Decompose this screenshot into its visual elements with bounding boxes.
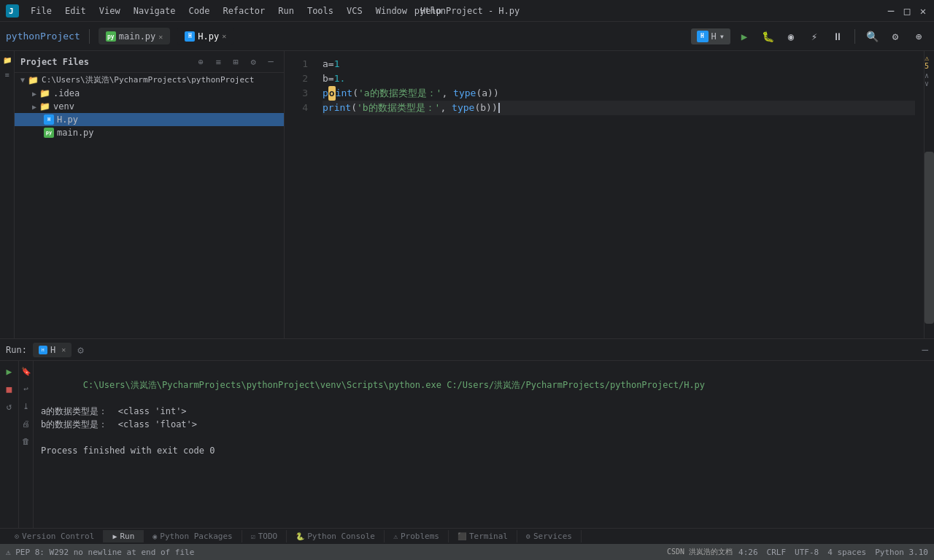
services-label: Services (533, 532, 572, 541)
line-num-3: 3 (285, 86, 308, 101)
window-title: pythonProject - H.py (414, 6, 520, 16)
menu-run[interactable]: Run (272, 4, 300, 18)
file-tree-panel: Project Files ⊕ ≡ ⊞ ⚙ ─ ▼ 📁 C:\Users\洪岚浩… (15, 51, 285, 338)
line-endings[interactable]: CRLF (767, 548, 787, 557)
tab-main-py[interactable]: py main.py ✕ (99, 28, 171, 44)
tab-main-py-close[interactable]: ✕ (158, 33, 163, 41)
scroll-end-btn[interactable]: ⤓ (19, 399, 34, 413)
run-close-btn[interactable]: ─ (922, 344, 928, 356)
scroll-thumb[interactable] (925, 152, 934, 324)
menu-tools[interactable]: Tools (301, 4, 339, 18)
cursor-position[interactable]: 4:26 (738, 548, 758, 557)
tree-collapse-btn[interactable]: ≡ (211, 55, 225, 69)
run-panel-header: Run: H H ✕ ⚙ ─ (0, 339, 934, 361)
bookmark-btn[interactable]: 🔖 (19, 364, 34, 378)
run-rerun-btn[interactable]: ↺ (2, 399, 17, 413)
charset[interactable]: UTF-8 (795, 548, 819, 557)
status-tab-python-console[interactable]: 🐍 Python Console (287, 530, 385, 542)
menu-edit[interactable]: Edit (59, 4, 92, 18)
tree-expand-btn[interactable]: ⊞ (228, 55, 243, 69)
menu-view[interactable]: View (93, 4, 126, 18)
code-line-4: print('b的数据类型是：', type(b)) (323, 101, 915, 115)
run-tab-status-label: Run (120, 532, 134, 541)
project-icon[interactable]: 📁 (1, 54, 13, 66)
warning-nav-down[interactable]: ∨ (925, 79, 933, 88)
softrap-btn[interactable]: ↩ (19, 381, 34, 396)
tree-locate-btn[interactable]: ⊕ (193, 55, 208, 69)
footer-bar: ⚠ PEP 8: W292 no newline at end of file … (0, 544, 934, 560)
main-toolbar: pythonProject py main.py ✕ H H.py ✕ H H … (0, 22, 934, 51)
terminal-output: C:\Users\洪岚浩\PycharmProjects\pythonProje… (34, 361, 934, 528)
run-settings-btn[interactable]: ⚙ (77, 344, 83, 356)
menu-code[interactable]: Code (183, 4, 216, 18)
run-config-btn[interactable]: H H ▾ (691, 28, 730, 44)
app-logo: J (6, 4, 19, 18)
tab-h-py-close[interactable]: ✕ (222, 32, 226, 40)
run-side-buttons: ▶ ■ ↺ (0, 361, 19, 528)
bottom-panel: Run: H H ✕ ⚙ ─ ▶ ■ ↺ 🔖 ↩ ⤓ 🖨 🗑 C:\Users\… (0, 338, 934, 528)
idea-label: .idea (53, 88, 80, 98)
terminal-finish-line: Process finished with exit code 0 (41, 444, 927, 457)
tab-h-py[interactable]: H H.py ✕ (177, 28, 234, 45)
search-button[interactable]: 🔍 (862, 27, 881, 46)
tree-settings-btn[interactable]: ⚙ (246, 55, 260, 69)
status-tab-terminal[interactable]: ⬛ Terminal (449, 530, 517, 542)
close-button[interactable]: ✕ (918, 6, 928, 16)
terminal-label: Terminal (469, 532, 508, 541)
code-editor[interactable]: a=1 b=1. point('a的数据类型是：', type(a)) prin… (314, 51, 924, 338)
tree-root-item[interactable]: ▼ 📁 C:\Users\洪岚浩\PycharmProjects\pythonP… (15, 73, 284, 87)
warning-icon: ⚠ (925, 54, 929, 62)
line-numbers: 1 2 3 4 (285, 51, 314, 338)
coverage-button[interactable]: ◉ (781, 27, 800, 46)
python-packages-icon: ◉ (153, 532, 157, 540)
version-control-icon: ⊙ (15, 532, 19, 540)
python-version[interactable]: Python 3.10 (875, 548, 928, 557)
settings-button[interactable]: ⚙ (886, 27, 905, 46)
run-button[interactable]: ▶ (735, 27, 754, 46)
tree-hide-btn[interactable]: ─ (263, 55, 278, 69)
run-play-btn[interactable]: ▶ (2, 364, 17, 378)
menu-refactor[interactable]: Refactor (217, 4, 271, 18)
status-tab-version-control[interactable]: ⊙ Version Control (6, 530, 104, 542)
run-tab-close[interactable]: ✕ (61, 346, 66, 354)
print-btn[interactable]: 🖨 (19, 416, 34, 431)
main-py-tree-label: main.py (57, 128, 94, 138)
editor-scrollbar[interactable]: ⚠ 5 ∧ ∨ (924, 51, 934, 338)
profile-button[interactable]: ⚡ (805, 27, 824, 46)
services-icon: ⚙ (526, 532, 530, 540)
debug-button[interactable]: 🐛 (758, 27, 777, 46)
minimize-button[interactable]: ─ (886, 6, 896, 16)
watermark-text: CSDN 洪岚浩的文档 (667, 547, 733, 557)
terminal-output-2: b的数据类型是： <class 'float'> (41, 418, 927, 431)
pause-button[interactable]: ⏸ (828, 27, 847, 46)
tree-item-main-py[interactable]: py main.py (15, 126, 284, 139)
status-tab-python-packages[interactable]: ◉ Python Packages (144, 530, 242, 542)
indent-size[interactable]: 4 spaces (827, 548, 866, 557)
tree-item-h-py[interactable]: H H.py (15, 113, 284, 126)
version-control-label: Version Control (22, 532, 94, 541)
run-stop-btn[interactable]: ■ (2, 381, 17, 396)
status-tabs: ⊙ Version Control ▶ Run ◉ Python Package… (6, 530, 928, 542)
terminal-path: C:\Users\洪岚浩\PycharmProjects\pythonProje… (83, 380, 705, 390)
warning-nav-up[interactable]: ∧ (925, 71, 933, 79)
root-arrow: ▼ (20, 76, 25, 84)
status-tab-problems[interactable]: ⚠ Problems (385, 530, 449, 542)
status-tab-todo[interactable]: ☑ TODO (242, 530, 287, 542)
tree-item-venv[interactable]: ▶ 📁 venv (15, 100, 284, 113)
toolbar-sep2 (854, 29, 855, 44)
menu-window[interactable]: Window (370, 4, 413, 18)
tree-item-idea[interactable]: ▶ 📁 .idea (15, 87, 284, 100)
structure-icon[interactable]: ≡ (1, 69, 13, 80)
run-tab-h[interactable]: H H ✕ (33, 343, 72, 357)
trash-btn[interactable]: 🗑 (19, 434, 34, 448)
menu-navigate[interactable]: Navigate (128, 4, 182, 18)
maximize-button[interactable]: □ (902, 6, 912, 16)
editor-content: 1 2 3 4 a=1 b=1. point('a的数据类型是：', type(… (285, 51, 934, 338)
menu-vcs[interactable]: VCS (341, 4, 368, 18)
git-button[interactable]: ⊕ (909, 27, 928, 46)
status-tab-services[interactable]: ⚙ Services (517, 530, 582, 542)
menu-file[interactable]: File (25, 4, 58, 18)
project-label[interactable]: pythonProject (6, 31, 80, 42)
status-tab-run[interactable]: ▶ Run (104, 530, 144, 542)
window-controls: ─ □ ✕ (886, 6, 928, 16)
